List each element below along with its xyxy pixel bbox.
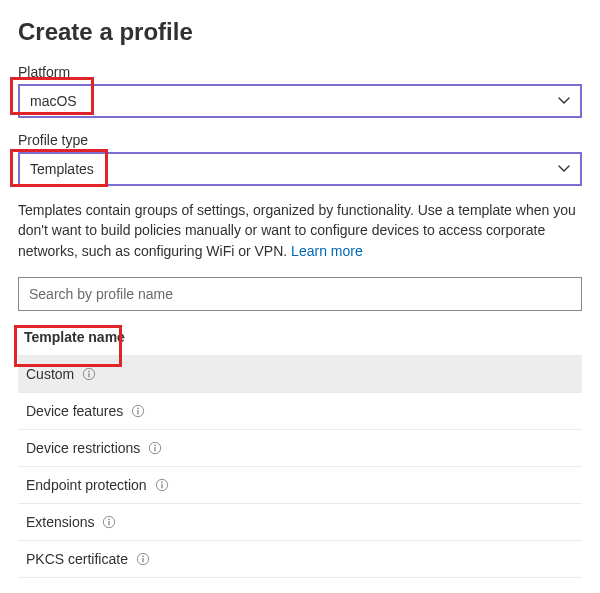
template-row-label: PKCS certificate — [26, 551, 128, 567]
template-row[interactable]: Device features — [18, 393, 582, 430]
profile-type-select-wrap: Templates — [18, 152, 582, 186]
template-row[interactable]: Endpoint protection — [18, 467, 582, 504]
svg-rect-17 — [142, 558, 143, 562]
info-icon[interactable] — [148, 441, 162, 455]
learn-more-link[interactable]: Learn more — [291, 243, 363, 259]
search-input[interactable] — [18, 277, 582, 311]
svg-point-13 — [109, 518, 111, 520]
svg-point-1 — [88, 370, 90, 372]
chevron-down-icon — [558, 97, 570, 105]
template-row[interactable]: Extensions — [18, 504, 582, 541]
platform-select-value: macOS — [30, 93, 77, 109]
info-icon[interactable] — [82, 367, 96, 381]
svg-point-4 — [137, 407, 139, 409]
svg-rect-8 — [155, 447, 156, 451]
profile-type-select[interactable]: Templates — [18, 152, 582, 186]
template-row-label: Extensions — [26, 514, 94, 530]
info-icon[interactable] — [131, 404, 145, 418]
svg-rect-5 — [138, 410, 139, 414]
platform-select[interactable]: macOS — [18, 84, 582, 118]
page-title: Create a profile — [18, 18, 582, 46]
templates-description: Templates contain groups of settings, or… — [18, 200, 582, 261]
template-row-label: Device features — [26, 403, 123, 419]
template-row[interactable]: Custom — [18, 356, 582, 393]
template-row-label: Custom — [26, 366, 74, 382]
info-icon[interactable] — [102, 515, 116, 529]
profile-type-select-value: Templates — [30, 161, 94, 177]
svg-point-10 — [161, 481, 163, 483]
template-row-label: Device restrictions — [26, 440, 140, 456]
svg-rect-2 — [89, 373, 90, 377]
chevron-down-icon — [558, 165, 570, 173]
platform-select-wrap: macOS — [18, 84, 582, 118]
svg-rect-11 — [161, 484, 162, 488]
template-row-label: Endpoint protection — [26, 477, 147, 493]
svg-point-7 — [155, 444, 157, 446]
profile-type-label: Profile type — [18, 132, 582, 148]
info-icon[interactable] — [155, 478, 169, 492]
template-list: CustomDevice featuresDevice restrictions… — [18, 355, 582, 578]
info-icon[interactable] — [136, 552, 150, 566]
svg-point-16 — [142, 555, 144, 557]
template-name-header: Template name — [18, 321, 582, 355]
platform-label: Platform — [18, 64, 582, 80]
svg-rect-14 — [109, 521, 110, 525]
template-row[interactable]: Device restrictions — [18, 430, 582, 467]
template-row[interactable]: PKCS certificate — [18, 541, 582, 578]
